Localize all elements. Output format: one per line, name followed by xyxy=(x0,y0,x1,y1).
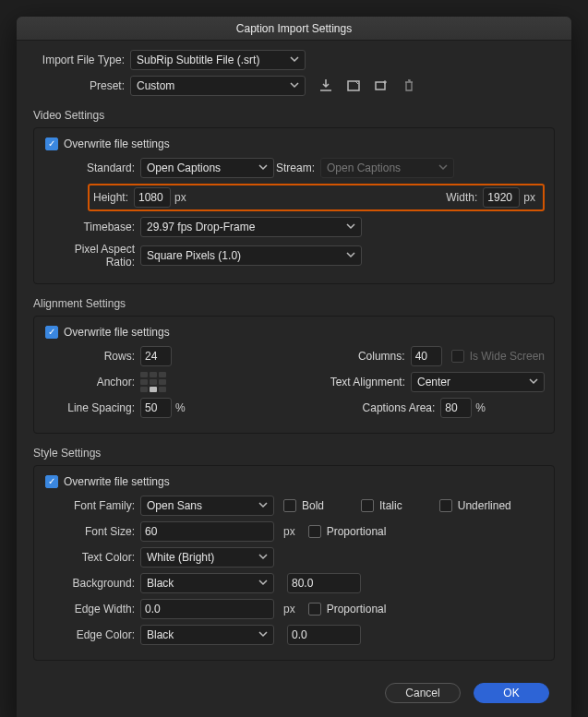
chevron-down-icon xyxy=(258,628,268,641)
edge-proportional-checkbox[interactable] xyxy=(308,603,321,615)
line-spacing-input[interactable]: 50 xyxy=(140,398,172,418)
rows-input[interactable]: 24 xyxy=(140,346,172,366)
pct-unit: % xyxy=(475,401,486,414)
save-preset-icon[interactable] xyxy=(346,78,361,93)
dialog-title: Caption Import Settings xyxy=(236,22,352,35)
timebase-select[interactable]: 29.97 fps Drop-Frame xyxy=(140,217,362,237)
px-unit: px xyxy=(283,525,295,538)
video-settings-section: Overwrite file settings Standard: Open C… xyxy=(33,127,555,284)
width-input[interactable]: 1920 xyxy=(483,187,520,208)
import-file-type-select[interactable]: SubRip Subtitle File (.srt) xyxy=(130,50,306,70)
edge-width-input[interactable]: 0.0 xyxy=(140,599,274,619)
new-preset-icon[interactable] xyxy=(374,78,389,93)
background-opacity-input[interactable]: 80.0 xyxy=(287,573,361,593)
chevron-down-icon xyxy=(258,551,268,564)
par-label: Pixel Aspect Ratio: xyxy=(43,243,140,269)
timebase-label: Timebase: xyxy=(43,221,140,233)
stream-label: Stream: xyxy=(274,161,320,174)
video-overwrite-label: Overwrite file settings xyxy=(64,137,170,150)
alignment-settings-title: Alignment Settings xyxy=(33,297,555,310)
standard-label: Standard: xyxy=(43,161,140,174)
standard-select[interactable]: Open Captions xyxy=(140,158,274,178)
widescreen-checkbox xyxy=(451,350,464,363)
font-family-select[interactable]: Open Sans xyxy=(140,496,274,516)
alignment-settings-section: Overwrite file settings Rows: 24 Columns… xyxy=(33,316,555,434)
font-proportional-label: Proportional xyxy=(327,525,387,538)
captions-area-input[interactable]: 80 xyxy=(440,398,472,418)
chevron-down-icon xyxy=(346,249,355,262)
edge-color-value-input[interactable]: 0.0 xyxy=(287,625,361,645)
align-overwrite-checkbox[interactable] xyxy=(45,326,58,339)
svg-rect-1 xyxy=(376,82,385,90)
import-preset-icon[interactable] xyxy=(318,78,333,93)
text-color-select[interactable]: White (Bright) xyxy=(140,547,274,568)
anchor-grid[interactable] xyxy=(140,372,166,392)
edge-width-label: Edge Width: xyxy=(43,603,140,615)
text-alignment-label: Text Alignment: xyxy=(323,376,411,388)
chevron-down-icon xyxy=(438,161,448,174)
captions-area-label: Captions Area: xyxy=(357,401,440,414)
align-overwrite-label: Overwrite file settings xyxy=(64,326,170,339)
video-overwrite-checkbox[interactable] xyxy=(45,137,58,150)
italic-label: Italic xyxy=(379,499,402,512)
text-color-label: Text Color: xyxy=(43,551,140,564)
chevron-down-icon xyxy=(290,54,299,66)
preset-label: Preset: xyxy=(33,79,130,92)
style-overwrite-checkbox[interactable] xyxy=(45,475,58,488)
title-bar: Caption Import Settings xyxy=(17,17,571,41)
background-select[interactable]: Black xyxy=(140,573,274,593)
underlined-label: Underlined xyxy=(458,499,511,512)
stream-select: Open Captions xyxy=(320,158,454,178)
bold-label: Bold xyxy=(302,499,324,512)
edge-color-label: Edge Color: xyxy=(43,628,140,641)
px-unit: px xyxy=(523,191,535,204)
widescreen-label: Is Wide Screen xyxy=(470,350,545,363)
chevron-down-icon xyxy=(290,79,299,92)
par-select[interactable]: Square Pixels (1.0) xyxy=(140,245,362,266)
background-label: Background: xyxy=(43,577,140,590)
underlined-checkbox[interactable] xyxy=(439,499,452,512)
line-spacing-label: Line Spacing: xyxy=(43,401,140,414)
px-unit: px xyxy=(283,603,295,615)
ok-button[interactable]: OK xyxy=(474,683,549,703)
edge-proportional-label: Proportional xyxy=(327,603,387,615)
dialog-footer: Cancel OK xyxy=(33,674,555,709)
anchor-label: Anchor: xyxy=(43,376,140,388)
px-unit: px xyxy=(174,191,186,204)
columns-input[interactable]: 40 xyxy=(411,346,442,366)
height-input[interactable]: 1080 xyxy=(134,187,171,208)
chevron-down-icon xyxy=(258,499,268,512)
dimensions-highlight: Height: 1080 px Width: 1920 px xyxy=(88,184,545,211)
text-alignment-select[interactable]: Center xyxy=(411,372,545,392)
width-label: Width: xyxy=(442,191,483,204)
trash-icon[interactable] xyxy=(402,78,416,93)
preset-select[interactable]: Custom xyxy=(130,76,306,96)
style-overwrite-label: Overwrite file settings xyxy=(64,475,170,488)
italic-checkbox[interactable] xyxy=(361,499,374,512)
import-file-type-label: Import File Type: xyxy=(33,54,130,66)
font-size-label: Font Size: xyxy=(43,525,140,538)
cancel-button[interactable]: Cancel xyxy=(385,683,461,703)
style-settings-title: Style Settings xyxy=(33,447,555,460)
style-settings-section: Overwrite file settings Font Family: Ope… xyxy=(33,465,555,661)
chevron-down-icon xyxy=(529,376,538,388)
chevron-down-icon xyxy=(258,161,268,174)
dialog-window: Caption Import Settings Import File Type… xyxy=(17,17,571,717)
columns-label: Columns: xyxy=(355,350,411,363)
video-settings-title: Video Settings xyxy=(33,109,555,122)
bold-checkbox[interactable] xyxy=(283,499,296,512)
chevron-down-icon xyxy=(346,221,355,233)
chevron-down-icon xyxy=(258,577,268,590)
font-size-input[interactable]: 60 xyxy=(140,521,274,542)
font-proportional-checkbox[interactable] xyxy=(308,525,321,538)
rows-label: Rows: xyxy=(43,350,140,363)
edge-color-select[interactable]: Black xyxy=(140,625,274,645)
pct-unit: % xyxy=(175,401,186,414)
font-family-label: Font Family: xyxy=(43,499,140,512)
height-label: Height: xyxy=(93,191,134,204)
